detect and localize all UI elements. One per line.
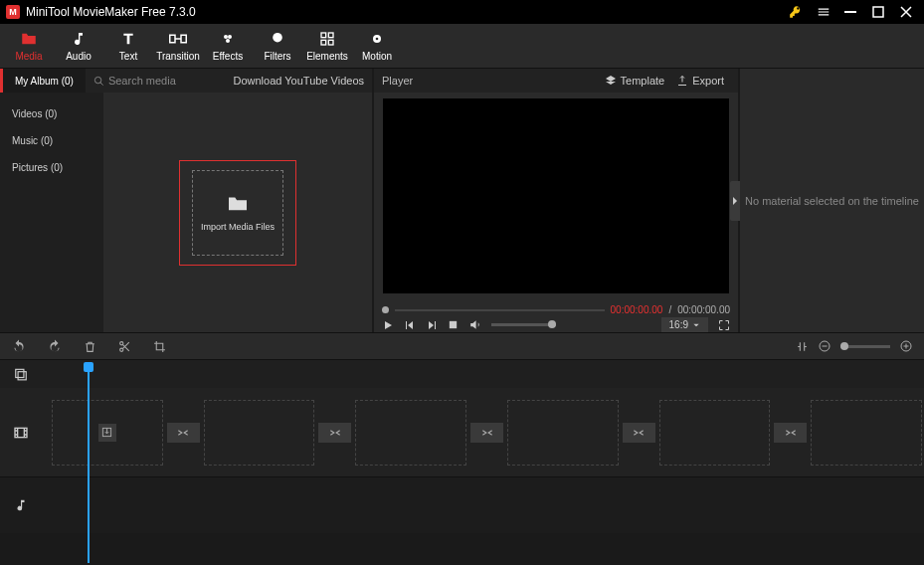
maximize-icon[interactable] <box>872 6 890 18</box>
clip-slot[interactable] <box>507 400 619 466</box>
split-button[interactable] <box>118 340 131 353</box>
clip-slot[interactable] <box>204 400 315 466</box>
filters-icon <box>269 30 286 48</box>
download-icon <box>219 76 230 87</box>
search-placeholder: Search media <box>108 75 176 87</box>
tab-motion[interactable]: Motion <box>352 24 402 68</box>
tab-filters[interactable]: Filters <box>253 24 302 68</box>
tab-motion-label: Motion <box>362 51 392 62</box>
clip-slot[interactable] <box>659 400 771 466</box>
svg-rect-2 <box>170 35 175 43</box>
progress-handle[interactable] <box>382 306 389 313</box>
zoom-in-button[interactable] <box>900 340 912 352</box>
minimize-icon[interactable] <box>844 6 862 18</box>
import-highlight-frame: Import Media Files <box>179 160 296 266</box>
my-album-tab[interactable]: My Album (0) <box>0 69 86 93</box>
transition-slot[interactable] <box>774 423 807 443</box>
app-title: MiniTool MovieMaker Free 7.3.0 <box>26 5 789 19</box>
transition-slot[interactable] <box>318 423 351 443</box>
transition-slot[interactable] <box>470 423 503 443</box>
time-current: 00:00:00.00 <box>611 304 663 315</box>
search-media-input[interactable]: Search media <box>86 75 211 87</box>
undo-button[interactable] <box>12 339 26 353</box>
svg-rect-7 <box>321 33 326 38</box>
stop-button[interactable] <box>448 319 459 330</box>
timeline-ruler[interactable] <box>0 360 924 388</box>
export-icon <box>676 75 688 87</box>
time-separator: / <box>668 304 671 315</box>
tab-media[interactable]: Media <box>4 24 54 68</box>
folder-icon <box>20 30 38 48</box>
svg-rect-14 <box>450 321 457 328</box>
media-category-list: Videos (0) Music (0) Pictures (0) <box>0 93 103 332</box>
app-logo-icon: M <box>6 5 20 19</box>
import-media-button[interactable]: Import Media Files <box>192 170 283 256</box>
menu-icon[interactable] <box>817 5 834 19</box>
zoom-out-button[interactable] <box>819 340 831 352</box>
transition-slot[interactable] <box>167 423 200 443</box>
track-manager-button[interactable] <box>14 367 28 381</box>
clip-slot[interactable] <box>52 400 163 466</box>
titlebar: M MiniTool MovieMaker Free 7.3.0 <box>0 0 924 24</box>
timeline-toolbar <box>0 332 924 360</box>
download-youtube-button[interactable]: Download YouTube Videos <box>211 75 373 87</box>
progress-track[interactable] <box>395 309 605 311</box>
aspect-ratio-select[interactable]: 16:9 <box>661 317 708 332</box>
audio-track-icon <box>14 498 28 512</box>
playhead-handle[interactable] <box>84 362 93 372</box>
inspector-empty-message: No material selected on the timeline <box>745 195 919 207</box>
crop-button[interactable] <box>153 340 166 353</box>
inspector-collapse-button[interactable] <box>730 181 740 221</box>
tab-elements-label: Elements <box>306 51 348 62</box>
player-title: Player <box>382 75 599 87</box>
tab-audio[interactable]: Audio <box>54 24 103 68</box>
svg-rect-1 <box>873 7 883 17</box>
volume-slider[interactable] <box>491 323 556 326</box>
tab-text[interactable]: Text <box>103 24 153 68</box>
tab-effects[interactable]: Effects <box>203 24 253 68</box>
template-icon <box>605 75 617 87</box>
aspect-ratio-value: 16:9 <box>669 319 688 330</box>
search-icon <box>93 76 104 87</box>
tab-media-label: Media <box>15 51 42 62</box>
prev-frame-button[interactable] <box>404 319 416 331</box>
tab-transition[interactable]: Transition <box>153 24 203 68</box>
svg-rect-23 <box>18 372 26 380</box>
play-button[interactable] <box>382 319 394 331</box>
delete-button[interactable] <box>84 340 96 353</box>
tab-audio-label: Audio <box>66 51 92 62</box>
timeline-audio-track[interactable] <box>0 477 924 533</box>
sidebar-item-pictures[interactable]: Pictures (0) <box>0 154 103 181</box>
svg-rect-8 <box>328 33 333 38</box>
video-preview[interactable] <box>383 98 729 293</box>
svg-rect-21 <box>906 344 907 349</box>
sidebar-item-music[interactable]: Music (0) <box>0 127 103 154</box>
folder-icon <box>227 194 249 212</box>
elements-icon <box>318 30 336 48</box>
clip-slot[interactable] <box>811 400 922 466</box>
svg-point-5 <box>228 35 232 39</box>
export-button[interactable]: Export <box>670 75 730 87</box>
volume-button[interactable] <box>468 318 481 331</box>
sidebar-item-videos[interactable]: Videos (0) <box>0 100 103 127</box>
close-icon[interactable] <box>900 6 918 18</box>
clip-slot[interactable] <box>355 400 466 466</box>
player-panel: Player Template Export 00:00:00.00 / 00:… <box>374 69 738 332</box>
next-frame-button[interactable] <box>426 319 438 331</box>
fullscreen-button[interactable] <box>718 319 730 331</box>
inspector-panel: No material selected on the timeline <box>740 69 924 332</box>
add-clip-icon <box>98 424 116 442</box>
template-label: Template <box>621 75 665 87</box>
template-button[interactable]: Template <box>599 75 671 87</box>
transition-slot[interactable] <box>623 423 655 443</box>
redo-button[interactable] <box>48 339 62 353</box>
zoom-slider[interactable] <box>840 345 890 348</box>
upgrade-key-icon[interactable] <box>789 5 807 19</box>
svg-point-4 <box>224 35 228 39</box>
auto-fit-button[interactable] <box>796 340 809 353</box>
svg-point-13 <box>94 77 100 83</box>
motion-icon <box>368 30 386 48</box>
tab-elements[interactable]: Elements <box>302 24 352 68</box>
tab-effects-label: Effects <box>213 51 243 62</box>
svg-rect-3 <box>181 35 186 43</box>
